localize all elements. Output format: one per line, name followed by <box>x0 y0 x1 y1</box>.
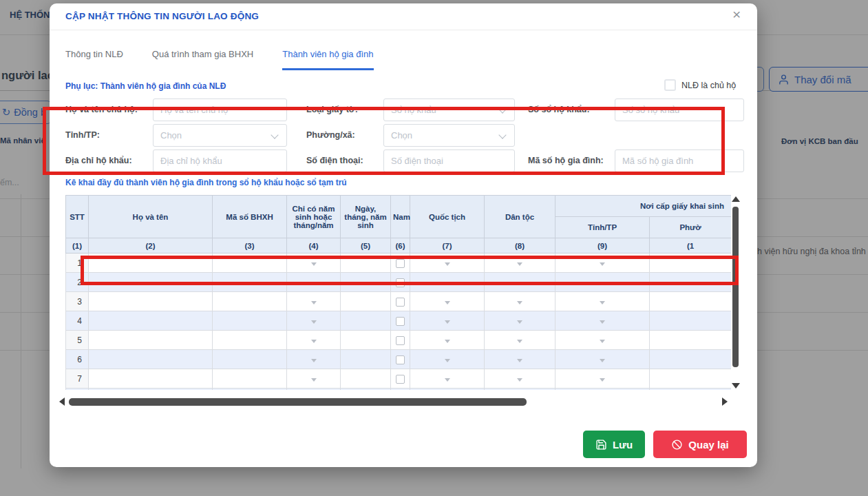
row7-cell-1[interactable] <box>89 369 213 389</box>
row7-cell-5[interactable] <box>391 369 410 389</box>
row8-cell-5[interactable] <box>391 389 410 391</box>
scroll-up-arrow[interactable] <box>732 196 740 202</box>
row-checkbox[interactable] <box>396 317 405 326</box>
row5-cell-8[interactable] <box>555 331 650 350</box>
row6-cell-0: 6 <box>66 350 89 369</box>
tab-1[interactable]: Quá trình tham gia BHXH <box>152 49 253 70</box>
row5-cell-6[interactable] <box>410 331 485 350</box>
row7-cell-8[interactable] <box>555 369 650 389</box>
row5-cell-7[interactable] <box>485 331 555 350</box>
row5-cell-5[interactable] <box>391 331 410 350</box>
row5-cell-2[interactable] <box>213 331 287 350</box>
row4-cell-7[interactable] <box>485 311 555 331</box>
row4-cell-2[interactable] <box>213 311 287 331</box>
col-number-0: (1) <box>66 238 89 254</box>
row6-cell-2[interactable] <box>213 350 287 369</box>
row6-cell-9[interactable] <box>650 350 732 369</box>
row8-cell-7[interactable] <box>485 389 555 391</box>
table-row: 4 <box>66 311 732 331</box>
row4-cell-5[interactable] <box>391 311 410 331</box>
save-icon <box>595 439 607 451</box>
row6-cell-1[interactable] <box>89 350 213 369</box>
col-number-7: (8) <box>485 238 555 254</box>
dropdown-caret-icon <box>445 320 450 324</box>
row6-cell-8[interactable] <box>555 350 650 369</box>
row7-cell-3[interactable] <box>287 369 341 389</box>
dropdown-caret-icon <box>311 359 317 362</box>
col-number-9: (1 <box>650 238 732 254</box>
scroll-right-arrow[interactable] <box>722 397 728 406</box>
row-checkbox[interactable] <box>396 375 405 384</box>
row7-cell-2[interactable] <box>213 369 287 389</box>
row8-cell-2[interactable] <box>213 389 287 391</box>
row3-cell-8[interactable] <box>555 292 650 311</box>
row8-cell-4[interactable] <box>341 389 391 391</box>
tab-0[interactable]: Thông tin NLĐ <box>65 49 123 70</box>
row3-cell-7[interactable] <box>485 292 555 311</box>
row5-cell-9[interactable] <box>650 331 732 350</box>
row7-cell-0: 7 <box>66 369 89 389</box>
row4-cell-6[interactable] <box>410 311 485 331</box>
dropdown-caret-icon <box>517 378 522 382</box>
row8-cell-9[interactable] <box>650 389 732 391</box>
dropdown-caret-icon <box>311 378 317 382</box>
sub-col-header-0: Tỉnh/TP <box>555 217 650 238</box>
row4-cell-3[interactable] <box>287 311 341 331</box>
row4-cell-8[interactable] <box>555 311 650 331</box>
scroll-left-arrow[interactable] <box>59 397 65 406</box>
row7-cell-9[interactable] <box>650 369 732 389</box>
row-checkbox[interactable] <box>396 298 405 307</box>
dropdown-caret-icon <box>600 378 605 382</box>
row3-cell-1[interactable] <box>89 292 213 311</box>
row5-cell-3[interactable] <box>287 331 341 350</box>
row6-cell-4[interactable] <box>341 350 391 369</box>
annotation-rectangle-form <box>43 107 725 175</box>
scroll-down-arrow[interactable] <box>732 383 740 389</box>
row-checkbox[interactable] <box>396 355 405 364</box>
close-icon[interactable]: × <box>732 6 741 23</box>
row4-cell-0: 4 <box>66 311 89 331</box>
row8-cell-3[interactable] <box>287 389 341 391</box>
row5-cell-1[interactable] <box>89 331 213 350</box>
horizontal-scrollbar[interactable] <box>69 398 527 406</box>
row4-cell-4[interactable] <box>341 311 391 331</box>
dropdown-caret-icon <box>311 301 317 304</box>
row3-cell-5[interactable] <box>391 292 410 311</box>
row7-cell-6[interactable] <box>410 369 485 389</box>
row3-cell-3[interactable] <box>287 292 341 311</box>
dropdown-caret-icon <box>445 340 450 343</box>
sub-col-header-1: Phườ <box>650 217 732 238</box>
row3-cell-2[interactable] <box>213 292 287 311</box>
row6-cell-7[interactable] <box>485 350 555 369</box>
row7-cell-7[interactable] <box>485 369 555 389</box>
update-worker-modal: CẬP NHẬT THÔNG TIN NGƯỜI LAO ĐỘNG × Thôn… <box>50 3 757 467</box>
row8-cell-6[interactable] <box>410 389 485 391</box>
row4-cell-1[interactable] <box>89 311 213 331</box>
table-row: 6 <box>66 350 732 369</box>
row5-cell-4[interactable] <box>341 331 391 350</box>
col-header-4: Ngày, tháng, năm sinh <box>341 196 391 238</box>
dropdown-caret-icon <box>311 340 317 343</box>
save-button[interactable]: Lưu <box>583 431 645 458</box>
row3-cell-9[interactable] <box>650 292 732 311</box>
row6-cell-5[interactable] <box>391 350 410 369</box>
col-number-6: (7) <box>410 238 485 254</box>
declaration-note: Kê khai đầy đủ thành viên hộ gia đình tr… <box>65 178 347 187</box>
tab-2[interactable]: Thành viên hộ gia đình <box>282 49 373 70</box>
row7-cell-4[interactable] <box>341 369 391 389</box>
screen: HỆ THỐN người lao ↻ Đồng b Mã nhân viê ế… <box>0 0 868 496</box>
row8-cell-1[interactable] <box>89 389 213 391</box>
row3-cell-6[interactable] <box>410 292 485 311</box>
back-button[interactable]: Quay lại <box>653 431 747 458</box>
row6-cell-3[interactable] <box>287 350 341 369</box>
household-head-checkbox[interactable] <box>664 79 676 91</box>
row8-cell-8[interactable] <box>555 389 650 391</box>
col-header-0: STT <box>66 196 89 238</box>
row6-cell-6[interactable] <box>410 350 485 369</box>
row-checkbox[interactable] <box>396 336 405 345</box>
vertical-scrollbar[interactable] <box>732 207 739 367</box>
dropdown-caret-icon <box>311 320 317 324</box>
row3-cell-4[interactable] <box>341 292 391 311</box>
row4-cell-9[interactable] <box>650 311 732 331</box>
divider <box>50 30 757 30</box>
